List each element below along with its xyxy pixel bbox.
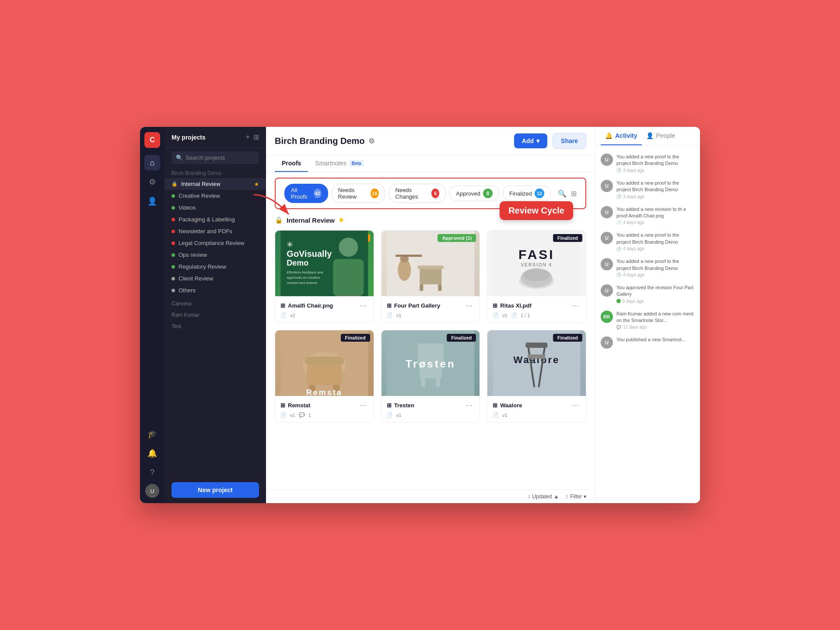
clock-icon: 🕐 xyxy=(616,168,621,172)
tab-proofs[interactable]: Proofs xyxy=(275,155,308,172)
nav-profile[interactable]: 👤 xyxy=(144,193,160,209)
svg-text:GoVisually: GoVisually xyxy=(287,249,332,259)
proof-meta-gallery: 📄 v1 xyxy=(387,312,475,318)
sidebar-item-internal-review[interactable]: 🔒 Internal Review ★ xyxy=(164,178,266,190)
icon-rail: C ⌂ ⚙ 👤 🎓 🔔 ? U xyxy=(140,127,164,503)
svg-rect-14 xyxy=(438,284,441,291)
sidebar-header: My projects + ⊞ xyxy=(164,127,266,148)
tab-people[interactable]: 👤 People xyxy=(642,127,680,145)
lock-icon: 🔒 xyxy=(172,181,178,187)
chevron-down-icon: ▾ xyxy=(584,494,586,500)
search-toggle-icon[interactable]: 🔍 xyxy=(558,189,567,198)
svg-rect-36 xyxy=(436,378,440,387)
user-avatar[interactable]: U xyxy=(145,484,159,498)
more-menu-waalore[interactable]: ⋯ xyxy=(570,400,581,410)
activity-list: U You added a new proof to the project B… xyxy=(595,146,700,503)
beta-badge: Beta xyxy=(349,160,364,167)
svg-rect-12 xyxy=(420,269,441,284)
more-menu-remstat[interactable]: ⋯ xyxy=(358,400,368,410)
proof-name-gallery: ⊞ Four Part Gallery xyxy=(387,302,440,309)
svg-rect-41 xyxy=(526,343,548,348)
proof-info-tresten: ⊞ Tresten ⋯ 📄 v1 xyxy=(382,396,480,422)
nav-settings[interactable]: ⚙ xyxy=(144,174,160,190)
proof-name-amalfi: ⊞ Amalfi Chair.png xyxy=(280,302,333,309)
chip-needs-review[interactable]: Needs Review 16 xyxy=(332,184,385,203)
proof-card-tresten: Finalized Trøsten xyxy=(381,330,480,423)
thumbnail-remstat: Finalized Remsta xyxy=(275,330,374,396)
proof-info-gallery: ⊞ Four Part Gallery ⋯ 📄 v1 xyxy=(382,296,480,322)
nav-education[interactable]: 🎓 xyxy=(144,426,160,442)
group-ramkumar[interactable]: Ram Kumar xyxy=(164,308,266,319)
more-menu-tresten[interactable]: ⋯ xyxy=(464,400,474,410)
new-project-button[interactable]: New project xyxy=(172,482,259,498)
sidebar-item-creative-review[interactable]: Creative Review xyxy=(164,190,266,202)
sidebar-item-ops[interactable]: Ops review xyxy=(164,249,266,261)
proof-info-waalore: ⊞ Waalore ⋯ 📄 v1 xyxy=(487,396,586,422)
chip-needs-changes[interactable]: Needs Changes 6 xyxy=(389,184,446,203)
thumbnail-ritas: Finalized FASI VERSION 4 xyxy=(487,231,586,296)
status-badge-remstat: Finalized xyxy=(341,334,370,342)
svg-text:content and artwork: content and artwork xyxy=(287,281,318,285)
sidebar-item-newsletter[interactable]: Newsletter and PDFs xyxy=(164,225,266,237)
filter-icons: 🔍 ⊞ xyxy=(558,189,577,198)
file-icon: 📄 xyxy=(616,220,621,225)
nav-notifications[interactable]: 🔔 xyxy=(144,445,160,461)
status-dot xyxy=(172,194,175,198)
proof-card-waalore: Finalized Waalore xyxy=(487,330,586,423)
pdf-icon: ⊞ xyxy=(493,302,497,309)
sidebar-expand-btn[interactable]: ⊞ xyxy=(253,133,259,141)
image-icon: ⊞ xyxy=(280,402,285,409)
share-button[interactable]: Share xyxy=(553,133,586,149)
svg-rect-33 xyxy=(417,343,444,365)
activity-item-approved: U You approved the revision Four Part Ga… xyxy=(595,281,700,307)
more-menu-gallery[interactable]: ⋯ xyxy=(464,301,474,311)
filter-bottom-button[interactable]: ⫶ Filter ▾ xyxy=(566,494,586,500)
avatar: U xyxy=(601,232,613,244)
sidebar-item-packaging[interactable]: Packaging & Labelling xyxy=(164,214,266,225)
add-button[interactable]: Add ▾ xyxy=(514,133,547,148)
sidebar-item-client[interactable]: Client Review xyxy=(164,273,266,284)
svg-rect-34 xyxy=(420,365,441,378)
main-header: Birch Branding Demo ⚙ Add ▾ Share xyxy=(266,127,595,155)
thumbnail-amalfi: Needs review GoVisually Demo Effortless … xyxy=(275,231,374,296)
activity-item: U You added a new proof to the project B… xyxy=(595,150,700,176)
group-canvera[interactable]: Canvera xyxy=(164,296,266,308)
sidebar-item-legal[interactable]: Legal Compliance Review xyxy=(164,237,266,249)
sidebar-add-btn[interactable]: + xyxy=(246,133,250,141)
chip-approved[interactable]: Approved 8 xyxy=(449,186,499,201)
sidebar-item-videos[interactable]: Videos xyxy=(164,202,266,214)
bottom-bar: ↕ Updated ▲ ⫶ Filter ▾ xyxy=(266,490,595,503)
nav-home[interactable]: ⌂ xyxy=(144,155,160,171)
file-icon: 📄 xyxy=(280,412,287,418)
svg-rect-35 xyxy=(421,378,425,387)
sidebar-item-regulatory[interactable]: Regulatory Review xyxy=(164,261,266,273)
sidebar-item-others[interactable]: Others xyxy=(164,284,266,296)
clock-icon: 🕐 xyxy=(616,273,621,277)
image-icon: ⊞ xyxy=(387,402,392,409)
avatar: U xyxy=(601,336,613,349)
status-badge-ritas: Finalized xyxy=(553,234,582,242)
svg-rect-42 xyxy=(528,354,546,359)
chip-all-proofs[interactable]: All Proofs 42 xyxy=(284,184,328,203)
nav-help[interactable]: ? xyxy=(144,465,160,480)
more-menu-ritas[interactable]: ⋯ xyxy=(570,301,581,311)
grid-view-icon[interactable]: ⊞ xyxy=(571,189,577,198)
search-section: 🔍 Search projects xyxy=(164,148,266,166)
search-projects-input[interactable]: 🔍 Search projects xyxy=(172,151,259,164)
group-test[interactable]: Test xyxy=(164,319,266,330)
sort-button[interactable]: ↕ Updated ▲ xyxy=(528,494,559,500)
image-icon: ⊞ xyxy=(387,302,392,309)
app-logo[interactable]: C xyxy=(144,132,160,148)
status-dot xyxy=(172,277,175,280)
tab-activity[interactable]: 🔔 Activity xyxy=(601,127,642,145)
main-content: Birch Branding Demo ⚙ Add ▾ Share Proofs… xyxy=(266,127,595,503)
more-menu-amalfi[interactable]: ⋯ xyxy=(358,301,368,311)
file-icon: 📄 xyxy=(493,312,499,318)
lock-icon: 🔒 xyxy=(275,216,283,224)
activity-item: U You added a new proof to the project B… xyxy=(595,176,700,203)
clock-icon: 🕐 xyxy=(616,194,621,199)
chip-finalized[interactable]: Finalized 12 xyxy=(503,186,551,201)
thumbnail-waalore: Finalized Waalore xyxy=(487,330,586,396)
settings-icon[interactable]: ⚙ xyxy=(368,137,374,145)
tab-smartnotes[interactable]: Smartnotes Beta xyxy=(308,155,371,172)
